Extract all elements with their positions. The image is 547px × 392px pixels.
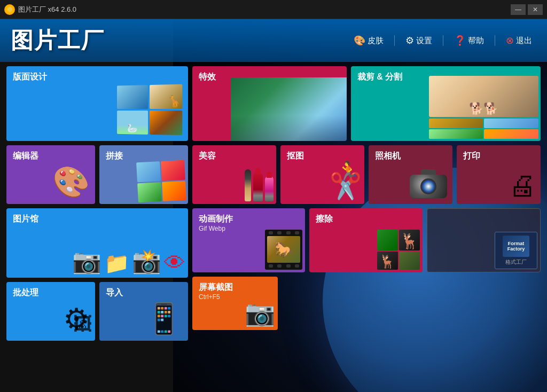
titlebar-left: ⚙ 图片工厂 x64 2.6.0 — [4, 4, 76, 15]
help-icon: ❓ — [454, 35, 466, 46]
crop-tile[interactable]: 裁剪 & 分割 — [351, 66, 541, 141]
brush-icon — [245, 169, 251, 201]
editor-label: 编辑器 — [13, 151, 38, 162]
skin-button[interactable]: 🎨 皮肤 — [349, 33, 388, 49]
header: 图片工厂 🎨 皮肤 ⚙ 设置 ❓ 帮助 ⊗ 退出 — [0, 19, 547, 62]
screenshot-tile[interactable]: 屏幕截图 Ctrl+F5 📷 — [192, 277, 278, 330]
editor-tile[interactable]: 编辑器 🎨 — [6, 145, 95, 204]
gallery-tile[interactable]: 图片馆 📷 📁 📸 👁 — [6, 208, 188, 278]
effects-tile[interactable]: 特效 — [192, 66, 347, 141]
crop-sub-1 — [429, 119, 483, 128]
eye-icon: 👁 — [164, 251, 185, 275]
main-app: 图片工厂 🎨 皮肤 ⚙ 设置 ❓ 帮助 ⊗ 退出 — [0, 19, 547, 392]
cutout-tile[interactable]: 抠图 ✂️ 🏃 — [280, 145, 364, 204]
left-row2: 编辑器 🎨 拼接 — [6, 145, 188, 204]
fh3 — [286, 231, 291, 234]
cp4 — [162, 181, 186, 201]
screenshot-icon: 📷 — [245, 299, 275, 327]
photo-thumb-4 — [150, 111, 182, 135]
crop-img-main — [429, 76, 538, 117]
app-title: 图片工厂 x64 2.6.0 — [18, 5, 76, 14]
import-tile[interactable]: 导入 📱 — [99, 282, 188, 341]
es1 — [377, 230, 398, 250]
es2: 🦌 — [399, 230, 420, 250]
print-tile[interactable]: 打印 🖨 — [457, 145, 541, 204]
close-button[interactable]: ✕ — [528, 4, 543, 15]
effects-image — [231, 77, 347, 141]
beauty-icons — [245, 169, 274, 201]
right-row1: 特效 裁剪 & 分割 — [192, 66, 541, 141]
layout-tile[interactable]: 版面设计 — [6, 66, 188, 141]
erase-scene: 🦌 🦌 — [377, 230, 420, 270]
fh4 — [295, 231, 299, 234]
gallery-icons: 📷 📁 📸 👁 — [72, 247, 185, 275]
gif-tile[interactable]: 动画制作 Gif Webp — [192, 208, 305, 272]
erase-label: 擦除 — [316, 214, 333, 225]
exit-icon: ⊗ — [506, 35, 514, 46]
settings-button[interactable]: ⚙ 设置 — [401, 33, 436, 49]
crop-sub-3 — [429, 129, 483, 139]
batch-tile[interactable]: 批处理 ⚙ 🖼 — [6, 282, 95, 341]
collage-label: 拼接 — [106, 151, 123, 162]
camera-art — [410, 169, 447, 199]
right-row4: 屏幕截图 Ctrl+F5 📷 — [192, 277, 541, 330]
right-panel: 特效 裁剪 & 分割 — [192, 66, 541, 388]
fh8 — [295, 264, 299, 268]
cutout-label: 抠图 — [287, 151, 304, 162]
effects-label: 特效 — [199, 72, 216, 83]
film-holes-top — [265, 230, 302, 236]
gears-icon: ⚙ — [63, 302, 90, 336]
format-tile[interactable]: Format Factory 格式工厂 — [427, 208, 541, 272]
film-frame — [267, 236, 300, 263]
cam-lens — [420, 178, 436, 194]
cp3 — [137, 182, 162, 203]
fh7 — [286, 264, 291, 268]
app-icon: ⚙ — [4, 4, 15, 15]
fh6 — [277, 264, 282, 268]
crop-label: 裁剪 & 分割 — [357, 72, 402, 83]
beauty-tile[interactable]: 美容 — [192, 145, 276, 204]
nav-sep3 — [495, 35, 495, 46]
collage-tile[interactable]: 拼接 — [99, 145, 188, 204]
right-row3: 动画制作 Gif Webp — [192, 208, 541, 272]
format-logo: Format Factory 格式工厂 — [495, 232, 537, 269]
crop-images — [427, 74, 541, 141]
skin-icon: 🎨 — [354, 35, 365, 46]
fh1 — [269, 231, 273, 234]
person-cutout-icon: 🏃 — [336, 160, 360, 183]
es4 — [399, 252, 420, 270]
printer-icon: 🖨 — [509, 169, 536, 201]
photo-thumb-2 — [150, 84, 182, 109]
erase-tile[interactable]: 擦除 🦌 🦌 — [309, 208, 422, 272]
camera-tile[interactable]: 照相机 — [369, 145, 452, 204]
folder-icon: 📁 — [104, 252, 129, 275]
settings-label: 设置 — [416, 36, 432, 46]
beauty-label: 美容 — [199, 151, 216, 162]
minimize-button[interactable]: — — [511, 4, 526, 15]
right-row2: 美容 抠图 ✂️ 🏃 照相机 — [192, 145, 541, 204]
crop-img-grid — [429, 119, 538, 139]
left-row4: 批处理 ⚙ 🖼 导入 📱 — [6, 282, 188, 341]
exit-button[interactable]: ⊗ 退出 — [502, 33, 536, 49]
screenshot-sublabel: Ctrl+F5 — [199, 293, 233, 301]
palette-icon: 🎨 — [52, 164, 90, 200]
nav-buttons: 🎨 皮肤 ⚙ 设置 ❓ 帮助 ⊗ 退出 — [349, 33, 536, 49]
screenshot-label: 屏幕截图 — [199, 282, 233, 293]
help-button[interactable]: ❓ 帮助 — [450, 33, 488, 49]
batch-label: 批处理 — [13, 287, 38, 299]
film-holes-bottom — [265, 263, 302, 269]
skin-label: 皮肤 — [368, 36, 384, 46]
photos-icon: 📸 — [132, 247, 161, 275]
titlebar: ⚙ 图片工厂 x64 2.6.0 — ✕ — [0, 0, 547, 19]
print-label: 打印 — [463, 151, 480, 162]
nav-sep1 — [394, 35, 395, 46]
cam-top — [421, 169, 436, 175]
content-area: 版面设计 编辑器 🎨 拼接 — [0, 62, 547, 392]
cam-body — [410, 175, 447, 198]
cp1 — [136, 161, 161, 182]
nav-sep2 — [443, 35, 443, 46]
window-controls: — ✕ — [511, 4, 543, 15]
help-label: 帮助 — [468, 36, 484, 46]
import-label: 导入 — [106, 287, 123, 299]
film-strip — [265, 230, 302, 270]
